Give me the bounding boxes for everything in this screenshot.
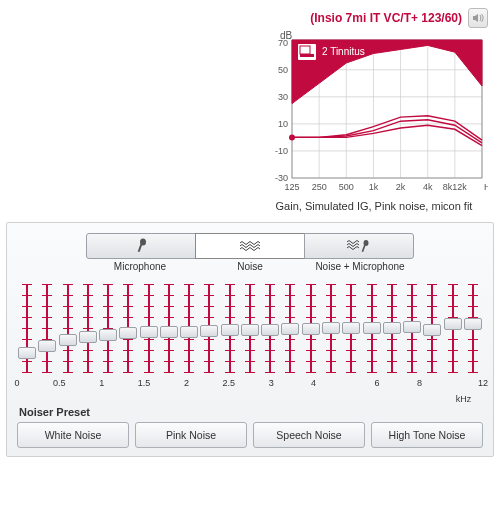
eq-slider[interactable] [424, 284, 440, 372]
eq-thumb[interactable] [160, 326, 178, 338]
eq-thumb[interactable] [140, 326, 158, 338]
svg-text:30: 30 [278, 92, 288, 102]
eq-slider[interactable] [141, 284, 157, 372]
svg-text:1k: 1k [369, 182, 379, 192]
eq-thumb[interactable] [423, 324, 441, 336]
eq-slider[interactable] [323, 284, 339, 372]
eq-slider[interactable] [222, 284, 238, 372]
gain-chart: dB -30-10103050701252505001k2k4k8k12kHz2… [260, 32, 488, 212]
eq-axis-label: 12 [478, 378, 488, 388]
svg-text:250: 250 [312, 182, 327, 192]
eq-axis-unit: kHz [456, 394, 472, 404]
eq-axis-label: 4 [311, 378, 316, 388]
mode-noise-mic[interactable] [304, 233, 414, 259]
eq-slider[interactable] [242, 284, 258, 372]
eq-axis: kHz 00.511.522.5346812 [17, 378, 483, 392]
eq-slider[interactable] [60, 284, 76, 372]
eq-slider[interactable] [80, 284, 96, 372]
eq-thumb[interactable] [79, 331, 97, 343]
eq-thumb[interactable] [403, 321, 421, 333]
eq-slider[interactable] [39, 284, 55, 372]
svg-rect-35 [138, 244, 143, 252]
svg-rect-37 [362, 245, 366, 252]
eq-slider[interactable] [465, 284, 481, 372]
svg-text:125: 125 [284, 182, 299, 192]
preset-white-noise[interactable]: White Noise [17, 422, 129, 448]
eq-axis-label: 3 [269, 378, 274, 388]
eq-slider[interactable] [445, 284, 461, 372]
eq-slider[interactable] [19, 284, 35, 372]
mode-label: Noise + Microphone [305, 261, 415, 272]
equalizer [17, 280, 483, 372]
device-name: (Insio 7mi IT VC/T+ 123/60) [310, 11, 462, 25]
eq-thumb[interactable] [383, 322, 401, 334]
eq-axis-label: 1.5 [138, 378, 151, 388]
svg-point-33 [289, 134, 295, 140]
svg-text:-10: -10 [275, 146, 288, 156]
mode-label: Microphone [85, 261, 195, 272]
preset-pink-noise[interactable]: Pink Noise [135, 422, 247, 448]
svg-text:2k: 2k [396, 182, 406, 192]
eq-thumb[interactable] [99, 329, 117, 341]
chart-caption: Gain, Simulated IG, Pink noise, micon fi… [260, 200, 488, 212]
eq-slider[interactable] [282, 284, 298, 372]
svg-text:Hz: Hz [484, 182, 488, 192]
eq-slider[interactable] [303, 284, 319, 372]
mode-microphone[interactable] [86, 233, 196, 259]
eq-slider[interactable] [384, 284, 400, 372]
eq-slider[interactable] [161, 284, 177, 372]
eq-thumb[interactable] [302, 323, 320, 335]
eq-axis-label: 1 [99, 378, 104, 388]
eq-thumb[interactable] [241, 324, 259, 336]
mode-label: Noise [195, 261, 305, 272]
eq-thumb[interactable] [38, 340, 56, 352]
eq-slider[interactable] [120, 284, 136, 372]
svg-text:2 Tinnitus: 2 Tinnitus [322, 46, 365, 57]
eq-thumb[interactable] [119, 327, 137, 339]
eq-axis-label: 8 [417, 378, 422, 388]
eq-thumb[interactable] [342, 322, 360, 334]
eq-slider[interactable] [343, 284, 359, 372]
svg-rect-31 [300, 54, 314, 57]
eq-thumb[interactable] [180, 326, 198, 338]
svg-text:10: 10 [278, 119, 288, 129]
eq-thumb[interactable] [322, 322, 340, 334]
svg-text:4k: 4k [423, 182, 433, 192]
eq-slider[interactable] [364, 284, 380, 372]
eq-slider[interactable] [201, 284, 217, 372]
preset-high-tone-noise[interactable]: High Tone Noise [371, 422, 483, 448]
eq-thumb[interactable] [464, 318, 482, 330]
mute-button[interactable] [468, 8, 488, 28]
eq-axis-label: 0 [14, 378, 19, 388]
preset-speech-noise[interactable]: Speech Noise [253, 422, 365, 448]
eq-axis-label: 6 [375, 378, 380, 388]
eq-thumb[interactable] [200, 325, 218, 337]
eq-slider[interactable] [404, 284, 420, 372]
chart-svg: -30-10103050701252505001k2k4k8k12kHz2 Ti… [260, 32, 488, 194]
noiser-panel: Microphone Noise Noise + Microphone kHz … [6, 222, 494, 457]
speaker-icon [472, 12, 484, 24]
eq-thumb[interactable] [18, 347, 36, 359]
microphone-icon [134, 238, 148, 254]
chart-y-unit: dB [280, 30, 292, 41]
preset-heading: Noiser Preset [19, 406, 483, 418]
eq-thumb[interactable] [444, 318, 462, 330]
eq-thumb[interactable] [281, 323, 299, 335]
svg-text:50: 50 [278, 65, 288, 75]
eq-thumb[interactable] [261, 324, 279, 336]
eq-slider[interactable] [262, 284, 278, 372]
noise-icon [239, 240, 261, 252]
eq-axis-label: 0.5 [53, 378, 66, 388]
eq-thumb[interactable] [363, 322, 381, 334]
preset-row: White Noise Pink Noise Speech Noise High… [17, 422, 483, 448]
eq-slider[interactable] [100, 284, 116, 372]
noise-mic-icon [346, 238, 372, 254]
svg-text:8k12k: 8k12k [443, 182, 468, 192]
eq-slider[interactable] [181, 284, 197, 372]
mode-selector [17, 233, 483, 259]
eq-thumb[interactable] [221, 324, 239, 336]
svg-text:500: 500 [339, 182, 354, 192]
eq-thumb[interactable] [59, 334, 77, 346]
eq-axis-label: 2.5 [223, 378, 236, 388]
mode-noise[interactable] [195, 233, 305, 259]
